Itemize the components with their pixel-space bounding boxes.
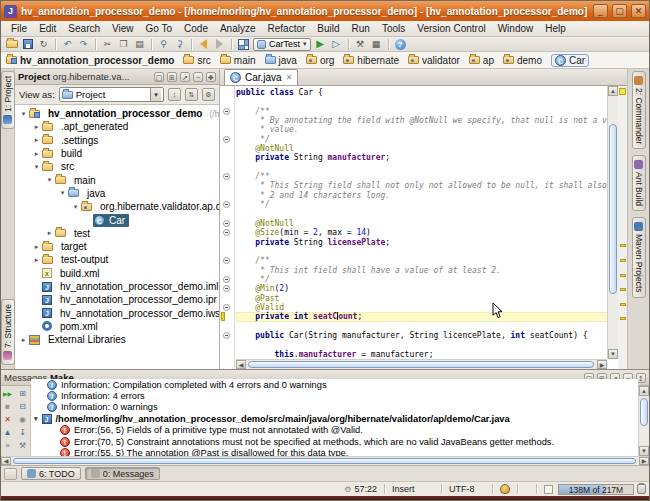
breadcrumb-main[interactable]: main [220,55,256,66]
export-icon[interactable]: ↧ [16,427,29,439]
code-line[interactable] [236,340,607,349]
editor-gutter[interactable] [220,86,235,369]
menu-run[interactable]: Run [346,22,376,35]
code-line[interactable]: @Valid [236,303,607,312]
run-configuration-combo[interactable]: CarTest ▾ [253,38,311,51]
readonly-toggle-cell[interactable] [539,485,558,494]
tree-item-pom.xml[interactable]: pom.xml [15,320,219,333]
expanded-arrow-icon[interactable]: ▾ [32,163,41,171]
expanded-arrow-icon[interactable]: ▾ [34,415,38,423]
file-status-indicator[interactable] [619,88,626,95]
editor-body[interactable]: public class Car { /** * By annotating t… [220,86,627,369]
forward-icon[interactable] [213,38,226,50]
code-line[interactable]: */ [236,135,607,144]
minimize-button[interactable]: _ [593,4,608,18]
scroll-up-icon[interactable]: ▲ [639,386,649,396]
code-line[interactable] [236,209,607,218]
tree-item-hv_annotation_processor_demo.iml[interactable]: Jhv_annotation_processor_demo.iml [15,280,219,293]
fold-marker-icon[interactable] [223,304,230,311]
messages-vertical-scrollbar[interactable]: ▲ ▼ [638,386,649,456]
menu-tools[interactable]: Tools [376,22,411,35]
fold-marker-icon[interactable] [223,257,230,264]
insert-mode-cell[interactable]: Insert [387,484,439,494]
toolwindow-tab-ant-build[interactable]: Ant Build [632,155,646,211]
collapsed-arrow-icon[interactable]: ▸ [32,123,41,131]
inspections-profile-cell[interactable] [495,484,515,494]
error-stripe[interactable] [618,86,627,369]
menu-file[interactable]: File [5,22,33,35]
code-line[interactable]: */ [236,275,607,284]
code-line[interactable]: * value. [236,125,607,134]
code-line[interactable]: @NotNull [236,219,607,228]
code-line[interactable]: public class Car { [236,88,607,97]
more-icon[interactable]: » [1,440,14,452]
fold-marker-icon[interactable] [223,108,230,115]
tree-item-org.hibernate.validator.ap.demo[interactable]: ▾org.hibernate.validator.ap.demo [15,200,219,213]
scroll-up-icon[interactable]: ▲ [608,86,618,96]
undo-icon[interactable]: ↶ [61,38,74,50]
expanded-arrow-icon[interactable]: ▾ [58,189,67,197]
breadcrumb-ap[interactable]: ap [469,55,494,66]
tree-item-external libraries[interactable]: ▸External Libraries [15,333,219,346]
hide-panel-icon[interactable]: − [193,72,203,82]
error-stripe-mark[interactable] [620,303,626,306]
menu-search[interactable]: Search [62,22,106,35]
breadcrumb-org[interactable]: org [306,55,334,66]
breadcrumb-demo[interactable]: demo [503,55,542,66]
settings-icon[interactable]: ⚒ [16,440,29,452]
copy-icon[interactable]: ❐ [117,38,130,50]
scrollbar-thumb[interactable] [13,458,636,464]
collapse-all-icon[interactable]: ⊟ [16,401,29,413]
scroll-down-icon[interactable]: ▼ [639,446,649,456]
replace-icon[interactable]: ⚳ [173,38,186,50]
error-message-row[interactable]: !Error:(55, 5) The annotation @Past is d… [31,447,638,456]
toolwindow-tab--commander[interactable]: 2: Commander [632,71,646,149]
toolwindow-toggle-icon[interactable] [4,468,17,480]
project-panel-header[interactable]: Project org.hibernate.va... ▢ ⊞ ↗ − ✚ [15,69,219,85]
code-line[interactable] [236,97,607,106]
code-line[interactable]: /** [236,172,607,181]
menu-view[interactable]: View [106,22,140,35]
scrollbar-thumb[interactable] [248,361,594,368]
scroll-left-icon[interactable]: ◀ [1,457,11,465]
expanded-arrow-icon[interactable]: ▾ [71,203,80,211]
fold-marker-icon[interactable] [223,136,230,143]
menu-go-to[interactable]: Go To [140,22,179,35]
message-row[interactable]: iInformation: Compilation completed with… [31,379,638,390]
menu-window[interactable]: Window [492,22,540,35]
collapsed-arrow-icon[interactable]: ▸ [19,336,28,344]
project-structure-icon[interactable]: ▦ [370,38,383,50]
fold-marker-icon[interactable] [223,173,230,180]
error-message-row[interactable]: !Error:(70, 5) Constraint annotations mu… [31,436,638,447]
collapsed-arrow-icon[interactable]: ▸ [32,256,41,264]
paste-icon[interactable]: ▤ [133,38,146,50]
error-stripe-mark[interactable] [620,274,626,277]
title-bar[interactable]: J hv_annotation_processor_demo - [/home/… [1,1,649,21]
code-line[interactable]: /** [236,107,607,116]
scroll-down-icon[interactable]: ▼ [608,349,618,359]
settings-gear-icon[interactable]: ↗ [180,72,190,82]
float-mode-icon[interactable]: ▢ [154,72,164,82]
collapse-all-icon[interactable]: ⇅ [185,88,198,101]
tree-item-build.xml[interactable]: xbuild.xml [15,267,219,280]
breadcrumb-validator[interactable]: validator [408,55,460,66]
code-line[interactable]: /** [236,256,607,265]
scroll-left-icon[interactable]: ◀ [236,360,246,369]
menu-version-control[interactable]: Version Control [411,22,491,35]
compile-icon[interactable] [237,38,250,50]
tree-item-main[interactable]: ▾main [15,173,219,186]
scrollbar-thumb[interactable] [609,124,617,294]
sync-icon[interactable]: ↻ [37,38,50,50]
settings-icon[interactable]: ⚒ [354,38,367,50]
debug-icon[interactable]: ▷ [330,38,343,50]
menu-edit[interactable]: Edit [33,22,62,35]
tree-item-hv_annotation_processor_demo.iws[interactable]: Jhv_annotation_processor_demo.iws [15,306,219,319]
code-line[interactable]: * This int field shall have a value of a… [236,266,607,275]
stop-icon[interactable]: ■ [1,401,14,413]
close-tab-icon[interactable]: ✕ [286,73,293,82]
code-line[interactable]: * By annotating the field with @NotNull … [236,116,607,125]
memory-indicator[interactable]: 138M of 217M [558,484,634,495]
fold-marker-icon[interactable] [223,229,230,236]
code-line[interactable]: @Min(2) [236,284,607,293]
horizontal-scrollbar[interactable]: ◀ ▶ [236,359,607,369]
